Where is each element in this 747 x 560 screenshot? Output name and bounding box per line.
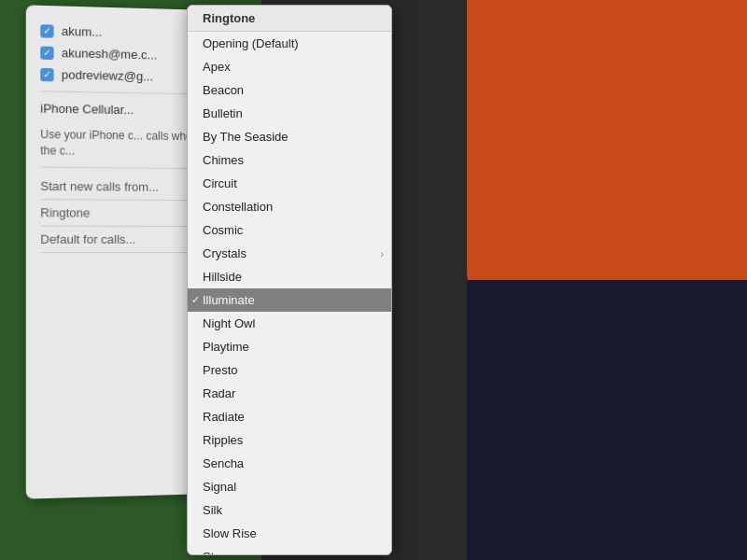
ringtone-option-beacon[interactable]: Beacon	[188, 78, 391, 102]
ringtone-label-hillside: Hillside	[203, 270, 242, 284]
checkbox-1: ✓	[40, 24, 53, 38]
ringtone-label-radiate: Radiate	[203, 410, 245, 424]
ringtone-label-by-the-seaside: By The Seaside	[203, 130, 289, 144]
bg-dark-right	[467, 280, 747, 560]
ringtone-label-chimes: Chimes	[203, 153, 244, 167]
checkbox-2: ✓	[40, 46, 53, 60]
ringtone-option-stargaze[interactable]: Stargaze	[188, 545, 391, 555]
checkbox-3: ✓	[40, 67, 53, 81]
ringtone-option-radiate[interactable]: Radiate	[188, 405, 391, 428]
dropdown-header: Ringtone	[188, 6, 391, 32]
iphone-title-label: iPhone Cellular...	[40, 101, 134, 117]
ringtone-label-silk: Silk	[203, 503, 222, 517]
ringtone-option-apex[interactable]: Apex	[188, 55, 391, 78]
ringtone-option-opening[interactable]: Opening (Default)	[188, 32, 391, 55]
ringtone-label-cosmic: Cosmic	[203, 223, 243, 237]
ringtone-label-radar: Radar	[203, 386, 235, 400]
ringtone-label-constellation: Constellation	[203, 200, 273, 214]
ringtone-label-night-owl: Night Owl	[203, 316, 255, 330]
ringtone-option-silk[interactable]: Silk	[188, 498, 391, 522]
ringtone-option-radar[interactable]: Radar	[188, 382, 391, 405]
ringtone-option-circuit[interactable]: Circuit	[188, 172, 391, 195]
ringtone-label-apex: Apex	[203, 60, 231, 74]
bg-orange	[467, 0, 747, 327]
ringtone-option-hillside[interactable]: Hillside	[188, 265, 391, 288]
ringtone-label-ripples: Ripples	[203, 433, 243, 447]
ringtone-option-slow-rise[interactable]: Slow Rise	[188, 522, 391, 545]
ringtone-option-sencha[interactable]: Sencha	[188, 452, 391, 475]
ringtone-label-circuit: Circuit	[203, 176, 237, 190]
ringtone-option-bulletin[interactable]: Bulletin	[188, 102, 391, 125]
ringtone-label-sencha: Sencha	[203, 456, 244, 470]
account-label-3: podreviewz@g...	[62, 67, 153, 83]
ringtone-option-constellation[interactable]: Constellation	[188, 195, 391, 218]
ringtone-option-crystals[interactable]: Crystals ›	[188, 242, 391, 265]
account-label-1: akum...	[62, 24, 102, 39]
ringtone-option-night-owl[interactable]: Night Owl	[188, 312, 391, 335]
ringtone-label-bulletin: Bulletin	[203, 106, 243, 120]
ringtone-dropdown[interactable]: Ringtone Opening (Default) Apex Beacon B…	[187, 5, 392, 555]
ringtone-option-illuminate[interactable]: ✓ Illuminate	[188, 288, 391, 312]
ringtone-label-slow-rise: Slow Rise	[203, 526, 257, 540]
selected-checkmark: ✓	[191, 294, 200, 306]
ringtone-label-illuminate: Illuminate	[203, 293, 255, 307]
ringtone-option-by-the-seaside[interactable]: By The Seaside	[188, 125, 391, 148]
scroll-arrow-crystals: ›	[380, 248, 384, 259]
ringtone-label-playtime: Playtime	[203, 340, 249, 354]
ringtone-label-opening: Opening (Default)	[203, 36, 299, 50]
ringtone-option-presto[interactable]: Presto	[188, 358, 391, 382]
ringtone-label-presto: Presto	[203, 363, 238, 377]
ringtone-label-stargaze: Stargaze	[203, 550, 251, 555]
ringtone-option-ripples[interactable]: Ripples	[188, 428, 391, 452]
ringtone-label-signal: Signal	[203, 480, 236, 494]
ringtone-label-beacon: Beacon	[203, 83, 244, 97]
account-label-2: akunesh@me.c...	[62, 46, 158, 62]
ringtone-option-playtime[interactable]: Playtime	[188, 335, 391, 358]
ringtone-option-signal[interactable]: Signal	[188, 475, 391, 498]
ringtone-option-chimes[interactable]: Chimes	[188, 148, 391, 172]
ringtone-option-cosmic[interactable]: Cosmic	[188, 218, 391, 242]
ringtone-label-crystals: Crystals	[203, 246, 247, 260]
